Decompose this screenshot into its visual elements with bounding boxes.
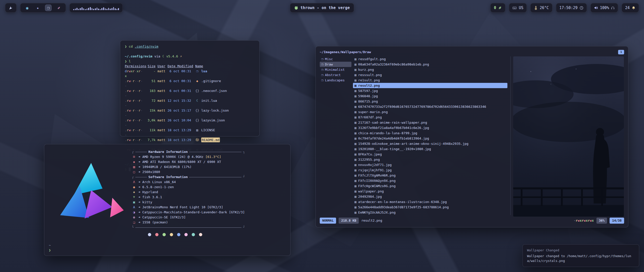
file-item[interactable]: ▦nnvuv0xj2df71.jpg bbox=[353, 162, 507, 167]
file-item[interactable]: ▦re1sult.png bbox=[353, 78, 507, 83]
file-item[interactable]: ▦result2.png bbox=[353, 83, 507, 88]
folder-item[interactable]: ❒Minimalist bbox=[320, 67, 351, 72]
fetch-prompt-area[interactable]: ~ ❯ bbox=[49, 243, 51, 253]
file-name: .neoconf.json bbox=[201, 88, 255, 93]
image-file-icon: ▦ bbox=[354, 194, 356, 199]
size-field: 183 bbox=[146, 88, 155, 93]
file-item[interactable]: ▦87r687df.png bbox=[353, 115, 507, 120]
file-name: 20492984.jpg bbox=[358, 194, 382, 199]
media-player-module[interactable]: thrown - on the verge bbox=[290, 3, 354, 13]
prompt-symbol: ❯ bbox=[49, 248, 51, 253]
workspace-design[interactable]: ✐ bbox=[56, 5, 62, 11]
file-name: .gitignore bbox=[201, 79, 255, 84]
file-item[interactable]: ▦866715.png bbox=[353, 99, 507, 104]
file-item[interactable]: ▦0c794faf07de24a4db4d4fb1eb813964.jpg bbox=[353, 136, 507, 141]
file-name: resssult.png bbox=[358, 73, 382, 78]
media-title: thrown - on the verge bbox=[301, 6, 350, 10]
file-name: ressdfgult.png bbox=[358, 57, 386, 62]
workspace-files[interactable]: ❒ bbox=[45, 5, 52, 11]
tab-indicator[interactable]: 1 bbox=[618, 50, 624, 54]
size-field: 3,0k bbox=[146, 118, 155, 123]
permissions-field: drwxr-xr-x bbox=[125, 69, 144, 79]
notifications-module[interactable]: 24 bbox=[622, 3, 639, 13]
distro-logo bbox=[49, 148, 132, 236]
user-field: matt bbox=[157, 79, 166, 84]
fastfetch-terminal-window[interactable]: ┌ Hardware Information ┐ ⊡➜AMD Ryzen 9 5… bbox=[44, 144, 291, 256]
info-value: 1558 (pacman) bbox=[142, 220, 168, 225]
folder-item[interactable]: ❒Abstract bbox=[320, 72, 351, 78]
temperature-module[interactable]: 26°C bbox=[530, 3, 552, 13]
file-item[interactable]: ▦atardecer-en-la-montanas-ilustracion-63… bbox=[353, 199, 507, 205]
file-item[interactable]: ▦FXfcHgcWIAMzs0G.png bbox=[353, 183, 507, 189]
info-value: Hyprland bbox=[142, 190, 158, 195]
file-item[interactable]: ▦FXfcJlTXgAMvH6R.png bbox=[353, 173, 507, 178]
image-file-icon: ▦ bbox=[354, 168, 356, 173]
user-field: matt bbox=[157, 128, 166, 133]
file-name: atardecer-en-la-montanas-ilustracion-634… bbox=[358, 199, 447, 205]
file-item[interactable]: ▦5a266e448add93deab367d87173e9f25-683788… bbox=[353, 205, 507, 210]
image-file-icon: ▦ bbox=[354, 162, 356, 167]
launcher-button[interactable] bbox=[5, 3, 17, 13]
file-item[interactable]: ▦3126f7e9bbf21a8a4af0b67b041c6e26.jpg bbox=[353, 125, 507, 130]
file-item[interactable]: ▦wallpaper.png bbox=[353, 189, 507, 194]
volume-module[interactable]: 100% bbox=[590, 3, 618, 13]
info-row: ✿➜Catppuccin-SE [GTK2/3] bbox=[132, 215, 286, 220]
file-item[interactable]: ▦EeNKYgIUcAAJ5JX.png bbox=[353, 210, 507, 215]
file-item[interactable]: ▦8FKa7Cu.jpeg bbox=[353, 152, 507, 157]
workspace-browser[interactable]: ◉ bbox=[24, 5, 30, 11]
kitty-terminal-window[interactable]: ❯cd.config/nvim ~/.config/nvimvia☾v5.4.6… bbox=[120, 40, 260, 137]
listing-row: .rw-r--r--11kmatt18 oct 13:29▤LICENSE bbox=[125, 128, 255, 138]
palette-dot bbox=[163, 233, 166, 236]
info-row: Λ➜Arch Linux x86_64 bbox=[132, 180, 286, 185]
fm-status-bar: NORMAL 218.8 KB result2.png -rwxrwxrwx 3… bbox=[320, 218, 624, 224]
keyboard-layout-module[interactable]: US bbox=[509, 3, 527, 13]
folder-name: Abstract bbox=[325, 73, 341, 78]
date-field: 18 oct 13:29 bbox=[168, 138, 193, 143]
file-item[interactable]: ▦19201080-__blue-tinge__-1920×1080.jpg bbox=[353, 146, 507, 152]
folder-item[interactable]: ❒Misc bbox=[320, 56, 351, 62]
visualizer-bar bbox=[93, 9, 94, 10]
notification-body: Wallpaper changed to /home/matt/.config/… bbox=[527, 254, 635, 263]
info-row: ◑➜Catppuccin-Macchiato-Standard-Lavender… bbox=[132, 210, 286, 215]
arrow-icon: ➜ bbox=[138, 169, 140, 175]
folder-item[interactable]: ❒Landscapes bbox=[320, 78, 351, 83]
file-item[interactable]: ▦587597.jpg bbox=[353, 88, 507, 93]
workspace-chat[interactable]: ✦ bbox=[34, 5, 41, 11]
file-type-icon: ❒ bbox=[195, 69, 199, 74]
arrow-icon: ➜ bbox=[138, 210, 140, 215]
lua-version: v5.4.6 bbox=[166, 54, 178, 59]
file-item[interactable]: ▦08a634fa02a32364f69ebc86a98eb1eb.png bbox=[353, 62, 507, 67]
file-item[interactable]: ▦resssult.png bbox=[353, 72, 507, 78]
visualizer-bar bbox=[106, 9, 107, 10]
file-item[interactable]: ▦20492984.jpg bbox=[353, 194, 507, 199]
size-field: 11k bbox=[146, 128, 155, 133]
file-item[interactable]: ▦FXfcII0X0AQyn9X.png bbox=[353, 178, 507, 183]
date-field: 12 oct 15:32 bbox=[168, 98, 193, 103]
file-item[interactable]: ▦596848.jpg bbox=[353, 93, 507, 99]
file-item[interactable]: ▦217167-sad-anime-rain-wallpaper.png bbox=[353, 120, 507, 125]
folder-item[interactable]: ❒Draw bbox=[320, 62, 351, 67]
image-preview-pane bbox=[510, 56, 624, 215]
visualizer-bar bbox=[95, 8, 96, 10]
file-item[interactable]: ▦68747470733a2f2f696d616765732d7769786d7… bbox=[353, 104, 507, 109]
yazi-file-manager-window[interactable]: ~/Imagenes/Wallpapers/Draw 1 ❒Misc❒Draw❒… bbox=[315, 46, 628, 227]
file-item[interactable]: ▦154928-odinokoe_anime-art-anime-okno-si… bbox=[353, 141, 507, 146]
arrow-icon: ➜ bbox=[138, 195, 140, 200]
file-name: nnvuv0xj2df71.jpg bbox=[358, 162, 392, 167]
image-file-icon: ▦ bbox=[354, 184, 356, 189]
image-file-icon: ▦ bbox=[354, 199, 356, 205]
clock-module[interactable]: 17:50:29 bbox=[556, 3, 587, 13]
file-item[interactable]: ▦super-mario.png bbox=[353, 109, 507, 115]
file-name: chica-mirando-la-luna-8799.jpg bbox=[358, 131, 417, 136]
file-item[interactable]: ▦3122955.png bbox=[353, 157, 507, 162]
file-item[interactable]: ▦kurz.png bbox=[353, 67, 507, 72]
visualizer-bar bbox=[97, 8, 98, 10]
updates-module[interactable]: 0 bbox=[490, 3, 505, 13]
file-item[interactable]: ▦chica-mirando-la-luna-8799.jpg bbox=[353, 130, 507, 136]
software-info-list: Λ➜Arch Linux x86_64◉➜6.5.8-zen1-1-zen❖➜H… bbox=[132, 180, 286, 225]
file-item[interactable]: ▦ressdfgult.png bbox=[353, 56, 507, 62]
file-item[interactable]: ▦rsjqojlmjhf91.jpg bbox=[353, 167, 507, 173]
font-icon: A bbox=[132, 205, 136, 210]
permissions-field: .rw-r--r-- bbox=[125, 128, 144, 138]
notification-popup[interactable]: Wallpaper Changed Wallpaper changed to /… bbox=[522, 244, 639, 267]
